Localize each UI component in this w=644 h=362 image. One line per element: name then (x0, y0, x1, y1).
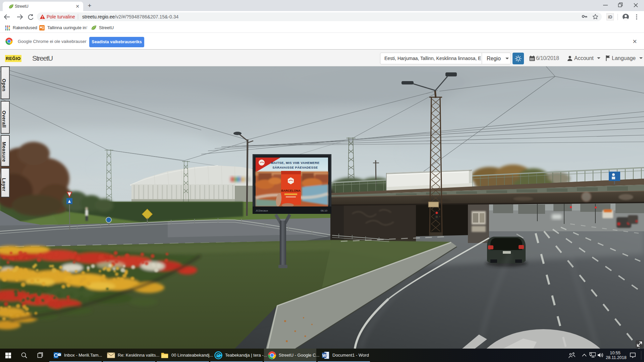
svg-text:W: W (322, 353, 326, 358)
svg-text:SÄRAVAISSE PÄEVADESSE: SÄRAVAISSE PÄEVADESSE (272, 166, 318, 169)
svg-text:06.10: 06.10 (321, 209, 328, 212)
svg-text:BARCELONA: BARCELONA (281, 189, 301, 192)
svg-text:JCDecaux: JCDecaux (256, 209, 268, 212)
svg-text:MAITSE, MIS VIIB VAHEMERE: MAITSE, MIS VIIB VAHEMERE (271, 161, 320, 165)
